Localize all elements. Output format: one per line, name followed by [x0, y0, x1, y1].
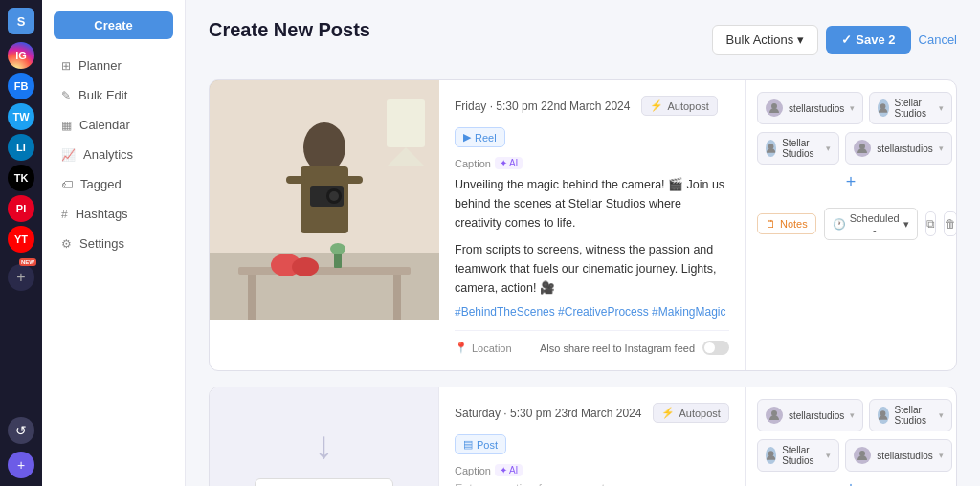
svg-point-10 — [329, 191, 339, 201]
share-toggle-1[interactable]: Also share reel to Instagram feed — [540, 341, 729, 355]
upload-button-2[interactable]: + + Images or Videos — [255, 478, 393, 487]
account-tag-stellar-2[interactable]: Stellar Studios ▾ — [869, 92, 951, 124]
svg-rect-5 — [393, 275, 401, 320]
svg-point-6 — [303, 122, 345, 172]
chevron-icon-2-1: ▾ — [850, 410, 855, 420]
sidebar-item-planner[interactable]: ⊞ Planner — [46, 51, 181, 80]
caption-text-1[interactable]: Unveiling the magic behind the camera! 🎬… — [455, 175, 729, 232]
post-sidebar-2: stellarstudios ▾ Stellar Studios ▾ Stell — [746, 387, 956, 486]
toggle-dot-1 — [704, 342, 715, 353]
account-tag-2-1[interactable]: stellarstudios ▾ — [757, 399, 863, 431]
post-card-2: ↓ + + Images or Videos Saturday · 5:30 p… — [209, 387, 957, 486]
post-date-1: Friday · 5:30 pm 22nd March 2024 — [455, 99, 630, 113]
sidebar-label-bulk-edit: Bulk Edit — [78, 88, 127, 102]
account-name-2: Stellar Studios — [895, 98, 933, 119]
scheduled-button-1[interactable]: 🕐 Scheduled - ▾ — [824, 208, 918, 240]
social-instagram[interactable]: IG — [8, 42, 34, 69]
social-pinterest[interactable]: PI — [8, 195, 34, 222]
post-image-1 — [210, 80, 439, 320]
account-name-3: Stellar Studios — [782, 138, 820, 159]
chevron-icon-2-2: ▾ — [939, 410, 944, 420]
delete-button-1[interactable]: 🗑 — [944, 211, 957, 236]
account-name-2-1: stellarstudios — [789, 410, 844, 421]
chevron-icon-4: ▾ — [939, 144, 944, 153]
autopost-badge-1[interactable]: ⚡ Autopost — [641, 96, 717, 116]
caption-label-1: Caption ✦ AI — [455, 157, 729, 169]
svg-rect-4 — [248, 275, 256, 320]
social-linkedin[interactable]: LI — [8, 134, 34, 161]
top-bar: Create New Posts Bulk Actions ▾ ✓ Save 2… — [209, 19, 957, 60]
reel-icon: ▶ — [463, 131, 471, 144]
post-sidebar-1: stellarstudios ▾ Stellar Studios ▾ Stell — [746, 80, 956, 370]
location-pin-icon: 📍 — [455, 342, 468, 354]
type-badge-1[interactable]: ▶ Reel — [455, 127, 505, 147]
ai-badge-2[interactable]: ✦ AI — [495, 464, 523, 476]
toggle-switch-1[interactable] — [702, 341, 729, 355]
plus-circle-icon[interactable]: + — [8, 452, 34, 478]
analytics-icon: 📈 — [61, 148, 76, 162]
ai-badge-1[interactable]: ✦ AI — [495, 157, 523, 169]
sidebar-item-hashtags[interactable]: # Hashtags — [46, 199, 181, 229]
sidebar-label-settings: Settings — [79, 236, 124, 251]
bulk-actions-label: Bulk Actions — [726, 33, 794, 47]
account-name-1: stellarstudios — [789, 103, 844, 114]
svg-rect-17 — [387, 99, 425, 147]
sidebar-item-tagged[interactable]: 🏷 Tagged — [46, 169, 181, 199]
sidebar-item-calendar[interactable]: ▦ Calendar — [46, 110, 181, 140]
svg-rect-3 — [238, 267, 411, 275]
add-account-button-2[interactable]: + — [757, 479, 945, 486]
sidebar-item-bulk-edit[interactable]: ✎ Bulk Edit — [46, 80, 181, 110]
svg-point-16 — [330, 243, 345, 254]
social-tiktok[interactable]: TK — [8, 165, 34, 191]
chevron-icon-1: ▾ — [850, 103, 855, 113]
account-name-4: stellarstudios — [877, 144, 932, 154]
post-card-1: Friday · 5:30 pm 22nd March 2024 ⚡ Autop… — [209, 79, 957, 371]
account-avatar-2-1 — [766, 407, 783, 424]
caption-text-2[interactable]: From scripts to screens, witness the pas… — [455, 240, 729, 298]
notes-icon: 🗒 — [766, 218, 776, 230]
caption-input-2[interactable]: Enter a caption for your post... — [455, 482, 729, 486]
account-row-4: Stellar Studios ▾ stellarstudios ▾ — [757, 439, 945, 472]
post-footer-1: 📍 Location Also share reel to Instagram … — [455, 330, 729, 355]
account-tag-2-4[interactable]: stellarstudios ▾ — [845, 439, 951, 472]
user-avatar[interactable]: S — [8, 8, 34, 34]
account-avatar-2-2 — [878, 407, 888, 424]
add-account-button-1[interactable]: + — [757, 172, 945, 192]
autopost-icon-1: ⚡ — [650, 99, 663, 112]
planner-icon: ⊞ — [61, 59, 71, 73]
cancel-button[interactable]: Cancel — [919, 33, 957, 47]
location-tag-1[interactable]: 📍 Location — [455, 342, 512, 354]
account-row-1: stellarstudios ▾ Stellar Studios ▾ — [757, 92, 945, 124]
bulk-actions-button[interactable]: Bulk Actions ▾ — [712, 25, 819, 55]
account-tag-stellar-1[interactable]: stellarstudios ▾ — [757, 92, 863, 124]
sidebar-label-analytics: Analytics — [83, 147, 133, 162]
hashtags-1[interactable]: #BehindTheScenes #CreativeProcess #Makin… — [455, 305, 729, 319]
notes-button-1[interactable]: 🗒 Notes — [757, 213, 816, 234]
hashtags-icon: # — [61, 208, 68, 221]
type-badge-2[interactable]: ▤ Post — [455, 434, 506, 454]
account-avatar-2-4 — [854, 447, 871, 464]
copy-button-1[interactable]: ⧉ — [925, 211, 936, 236]
add-account-icon[interactable]: + — [8, 264, 34, 291]
chevron-icon-2: ▾ — [939, 103, 944, 113]
post-photo — [210, 80, 439, 320]
tagged-icon: 🏷 — [61, 178, 73, 191]
create-button[interactable]: Create — [54, 11, 173, 39]
social-facebook[interactable]: FB — [8, 73, 34, 99]
account-tag-2-3[interactable]: Stellar Studios ▾ — [757, 439, 839, 472]
account-tag-stellar-3[interactable]: Stellar Studios ▾ — [757, 132, 839, 165]
social-youtube[interactable]: YT — [8, 226, 34, 253]
page-title: Create New Posts — [209, 19, 370, 41]
main-content: Create New Posts Bulk Actions ▾ ✓ Save 2… — [186, 0, 980, 486]
bulk-edit-icon: ✎ — [61, 89, 71, 102]
sidebar-item-settings[interactable]: ⚙ Settings — [46, 229, 181, 258]
social-twitter[interactable]: TW — [8, 103, 34, 130]
autopost-badge-2[interactable]: ⚡ Autopost — [653, 403, 728, 423]
account-name-2-3: Stellar Studios — [782, 445, 820, 466]
settings-icon: ⚙ — [61, 237, 72, 251]
account-tag-stellar-4[interactable]: stellarstudios ▾ — [845, 132, 951, 165]
sidebar-item-analytics[interactable]: 📈 Analytics — [46, 140, 181, 169]
account-tag-2-2[interactable]: Stellar Studios ▾ — [869, 399, 951, 431]
save-button[interactable]: ✓ Save 2 — [826, 26, 910, 54]
refresh-icon[interactable]: ↺ — [8, 417, 34, 444]
